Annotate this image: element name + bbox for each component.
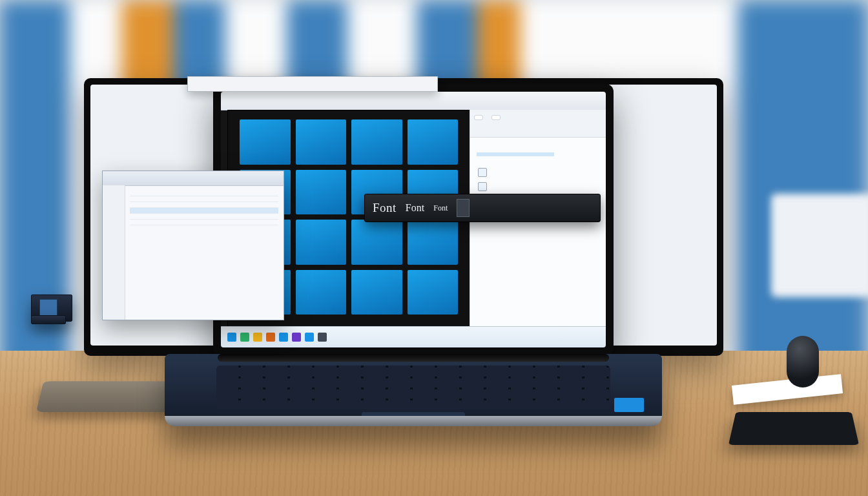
font-sample-large: Font <box>373 201 397 215</box>
item-icon <box>478 168 487 177</box>
font-toolbar[interactable]: Font Font Font <box>364 194 601 222</box>
dialog-row[interactable] <box>130 220 278 225</box>
tile[interactable] <box>351 270 402 315</box>
dialog-sidebar <box>103 185 125 320</box>
tile[interactable] <box>296 270 347 315</box>
ribbon-button[interactable] <box>474 115 483 120</box>
tablet-mat <box>36 381 180 412</box>
tile[interactable] <box>408 270 459 315</box>
caption-thumb-icon <box>39 299 57 317</box>
floating-tabbar[interactable] <box>187 76 438 92</box>
ribbon-button[interactable] <box>491 115 501 120</box>
dialog-title <box>103 171 284 186</box>
brand-sticker <box>614 398 644 412</box>
dialog-body <box>125 185 284 320</box>
panel-item[interactable] <box>477 180 599 194</box>
window-titlebar <box>221 92 606 110</box>
tile[interactable] <box>296 119 347 165</box>
tile[interactable] <box>240 119 291 165</box>
dialog-row[interactable] <box>130 202 278 208</box>
dialog-row[interactable] <box>130 196 278 202</box>
item-icon <box>478 182 487 191</box>
dialog-window[interactable] <box>102 170 284 320</box>
dialog-row[interactable] <box>130 191 278 196</box>
laptop-front-edge <box>165 416 662 426</box>
ribbon <box>470 110 606 138</box>
laptop-base <box>165 354 662 426</box>
taskbar <box>221 326 606 347</box>
font-sample-medium: Font <box>406 202 424 214</box>
keyboard[interactable] <box>216 366 610 409</box>
laptop-hinge <box>218 354 609 362</box>
tile[interactable] <box>408 220 459 265</box>
external-keyboard[interactable] <box>728 412 859 445</box>
tile[interactable] <box>408 119 459 165</box>
dialog-row[interactable] <box>130 214 278 220</box>
taskbar-icon[interactable] <box>240 333 249 342</box>
taskbar-icon[interactable] <box>305 333 314 342</box>
taskbar-icon[interactable] <box>318 333 327 342</box>
taskbar-icon[interactable] <box>292 333 301 342</box>
mouse[interactable] <box>787 336 819 388</box>
taskbar-icon[interactable] <box>266 333 275 342</box>
progress-bar <box>477 152 554 156</box>
tile[interactable] <box>296 170 347 215</box>
taskbar-icon[interactable] <box>279 333 288 342</box>
tile[interactable] <box>351 220 402 265</box>
caption-card <box>31 315 66 324</box>
tile[interactable] <box>351 119 402 165</box>
taskbar-icon[interactable] <box>227 333 236 342</box>
dialog-row-selected[interactable] <box>130 208 278 214</box>
panel-item[interactable] <box>477 165 599 180</box>
taskbar-icon[interactable] <box>253 333 262 342</box>
scene: Font Font Font <box>0 0 868 496</box>
printer <box>771 194 868 297</box>
font-sample-small: Font <box>433 203 448 213</box>
tile[interactable] <box>296 220 347 265</box>
font-chip-icon <box>457 199 470 217</box>
